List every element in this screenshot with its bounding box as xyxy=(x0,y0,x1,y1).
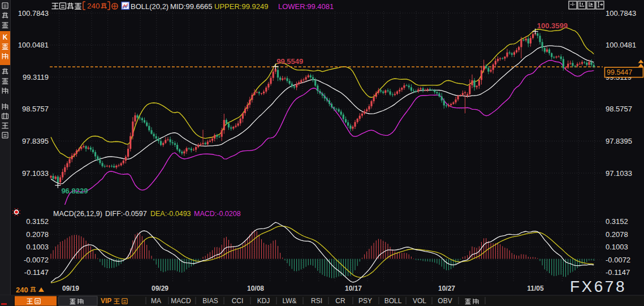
svg-text:97.1033: 97.1033 xyxy=(22,169,49,178)
svg-text:LW&: LW& xyxy=(282,297,296,305)
svg-text:97.8395: 97.8395 xyxy=(22,137,49,145)
svg-text:0.2078: 0.2078 xyxy=(26,230,49,239)
svg-text:0.1003: 0.1003 xyxy=(26,243,49,251)
svg-text:KDJ: KDJ xyxy=(257,297,270,305)
svg-text:FX678: FX678 xyxy=(570,278,626,295)
svg-text:MACD:-0.0208: MACD:-0.0208 xyxy=(194,210,241,218)
svg-text:0.3152: 0.3152 xyxy=(606,217,628,226)
svg-text:100.0481: 100.0481 xyxy=(606,41,636,49)
svg-text:0.3152: 0.3152 xyxy=(26,217,49,226)
svg-text:K: K xyxy=(3,33,8,41)
svg-text:0.2078: 0.2078 xyxy=(606,230,628,239)
svg-text:DEA:-0.0493: DEA:-0.0493 xyxy=(150,210,191,218)
svg-text:240: 240 xyxy=(87,2,100,10)
svg-text:240: 240 xyxy=(16,286,28,294)
svg-text:CCI: CCI xyxy=(232,297,244,305)
svg-text:100.7843: 100.7843 xyxy=(606,9,636,18)
svg-text:MACD: MACD xyxy=(171,297,191,305)
svg-text:OBV: OBV xyxy=(438,297,452,305)
svg-text:96.8229: 96.8229 xyxy=(61,187,88,195)
svg-text:MA: MA xyxy=(151,297,161,305)
svg-text:-0.0072: -0.0072 xyxy=(24,256,49,264)
svg-text:11/05: 11/05 xyxy=(527,285,544,292)
svg-text:VIP: VIP xyxy=(101,297,111,305)
svg-text:MID:99.6665: MID:99.6665 xyxy=(170,2,212,11)
svg-text:10/27: 10/27 xyxy=(438,285,455,292)
svg-text:UPPER:99.9249: UPPER:99.9249 xyxy=(214,2,268,11)
svg-text:BOLL: BOLL xyxy=(384,297,402,305)
svg-text:RSI: RSI xyxy=(311,297,322,305)
svg-text:10/17: 10/17 xyxy=(345,285,362,292)
svg-text:09/29: 09/29 xyxy=(152,285,168,292)
svg-text:-0.0072: -0.0072 xyxy=(606,256,630,264)
svg-text:LOWER:99.4081: LOWER:99.4081 xyxy=(278,2,334,11)
svg-text:99.5549: 99.5549 xyxy=(276,57,303,66)
svg-text:BIAS: BIAS xyxy=(202,297,218,305)
svg-text:-0.1147: -0.1147 xyxy=(24,268,49,277)
svg-text:VOL: VOL xyxy=(413,297,426,305)
svg-text:99.5447: 99.5447 xyxy=(607,68,632,76)
svg-text:09/19: 09/19 xyxy=(62,285,79,292)
svg-text:10/08: 10/08 xyxy=(247,285,264,292)
svg-text:100.7843: 100.7843 xyxy=(18,9,49,18)
svg-text:PSY: PSY xyxy=(358,297,372,305)
svg-text:BOLL(20,2): BOLL(20,2) xyxy=(131,2,168,11)
svg-text:100.3599: 100.3599 xyxy=(537,21,568,30)
svg-text:MACD(26,12,9): MACD(26,12,9) xyxy=(53,210,102,218)
svg-text:CR: CR xyxy=(335,297,345,305)
svg-text:DIFF:-0.0597: DIFF:-0.0597 xyxy=(105,210,147,218)
svg-text:100.0481: 100.0481 xyxy=(18,41,49,49)
svg-text:99.3119: 99.3119 xyxy=(23,73,49,81)
svg-text:0.1003: 0.1003 xyxy=(606,243,628,251)
svg-text:-0.1147: -0.1147 xyxy=(606,268,630,277)
svg-text:97.8395: 97.8395 xyxy=(606,137,632,145)
svg-text:98.5757: 98.5757 xyxy=(606,105,632,113)
svg-text:97.1033: 97.1033 xyxy=(606,169,632,178)
svg-text:98.5757: 98.5757 xyxy=(22,105,49,113)
